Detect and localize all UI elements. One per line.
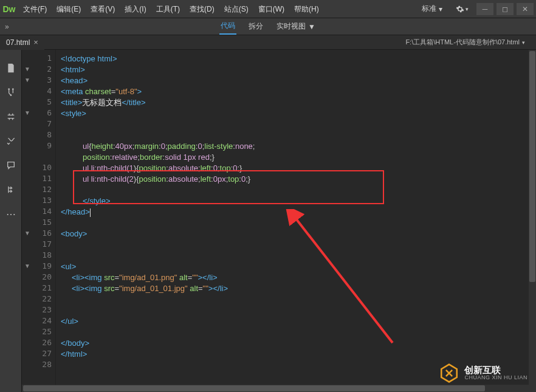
- code-line: </html>: [61, 349, 87, 360]
- vertical-scrollbar[interactable]: [529, 50, 536, 385]
- watermark: 创新互联 CHUANG XIN HU LIAN: [439, 363, 527, 383]
- code-editor[interactable]: 1 2▼ 3▼ 4 5 6▼ 7 8 9 10 11 12 13 14 15 1…: [22, 50, 536, 392]
- line-number: 19: [33, 261, 52, 270]
- code-line: <style>: [61, 108, 86, 119]
- menu-view[interactable]: 查看(V): [86, 0, 120, 18]
- left-toolbar: ⋯: [0, 50, 22, 392]
- watermark-text-en: CHUANG XIN HU LIAN: [464, 375, 527, 381]
- code-line: <html>: [61, 64, 85, 75]
- svg-point-0: [8, 88, 10, 90]
- code-line: ul li:nth-child(1){position:absolute;lef…: [83, 163, 242, 174]
- line-number: 3: [33, 75, 52, 84]
- file-tab[interactable]: 07.html ×: [0, 35, 44, 50]
- expand-all-icon[interactable]: [5, 111, 17, 123]
- line-number: 13: [33, 196, 52, 205]
- code-area[interactable]: <!doctype html> <html> <head> <meta char…: [56, 50, 529, 385]
- chevron-down-icon: ▾: [439, 5, 442, 13]
- line-number: 26: [33, 338, 52, 347]
- close-button[interactable]: ✕: [517, 3, 534, 15]
- scrollbar-thumb[interactable]: [529, 51, 535, 282]
- menu-insert[interactable]: 插入(I): [120, 0, 151, 18]
- code-line: <li><img src="img/ad_01_01.jpg" alt=""><…: [72, 283, 228, 294]
- code-line: <title>无标题文档</title>: [61, 97, 145, 108]
- sync-settings-button[interactable]: ▾: [451, 5, 473, 13]
- view-tabs: 代码 拆分 实时视图 ▼: [219, 18, 317, 35]
- view-tab-live[interactable]: 实时视图 ▼: [275, 19, 317, 34]
- line-number: 27: [33, 349, 52, 358]
- line-number: 9: [33, 141, 52, 150]
- svg-point-1: [12, 88, 14, 90]
- comment-icon[interactable]: [5, 159, 17, 171]
- line-number: 17: [33, 239, 52, 249]
- line-number: 18: [33, 250, 52, 260]
- view-tab-split[interactable]: 拆分: [247, 19, 264, 34]
- menu-help[interactable]: 帮助(H): [289, 0, 324, 18]
- horizontal-scrollbar[interactable]: [22, 385, 529, 392]
- view-tab-code[interactable]: 代码: [219, 18, 236, 35]
- code-line: <head>: [61, 75, 88, 86]
- file-tab-bar: 07.html × F:\工具箱\HTML-代码随意制作\07.html ▾: [0, 35, 536, 50]
- chevron-down-icon: ▼: [308, 22, 315, 31]
- line-number: 7: [33, 119, 52, 128]
- code-line: </body>: [61, 338, 89, 349]
- file-path-text: F:\工具箱\HTML-代码随意制作\07.html: [405, 38, 520, 47]
- menu-file[interactable]: 文件(F): [18, 0, 52, 18]
- view-tab-live-label: 实时视图: [277, 21, 306, 32]
- line-number: 23: [33, 305, 52, 314]
- fold-icon[interactable]: ▼: [24, 109, 30, 116]
- gutter: 1 2▼ 3▼ 4 5 6▼ 7 8 9 10 11 12 13 14 15 1…: [22, 50, 56, 392]
- menu-edit[interactable]: 编辑(E): [52, 0, 86, 18]
- file-tab-label: 07.html: [6, 38, 30, 47]
- fold-icon[interactable]: ▼: [24, 77, 30, 83]
- menu-find[interactable]: 查找(D): [185, 0, 219, 18]
- code-line: <ul>: [61, 261, 76, 272]
- workspace-switcher[interactable]: 标准 ▾: [416, 2, 448, 15]
- chevron-down-icon: ▾: [522, 40, 525, 46]
- code-line: </head>: [61, 207, 91, 218]
- line-number: 16: [33, 229, 52, 238]
- maximize-button[interactable]: ◻: [496, 3, 514, 15]
- watermark-logo-icon: [439, 363, 459, 383]
- code-line: <li><img src="img/ad_01.png" alt=""></li…: [72, 272, 218, 283]
- menu-bar: 文件(F) 编辑(E) 查看(V) 插入(I) 工具(T) 查找(D) 站点(S…: [18, 0, 416, 18]
- file-path: F:\工具箱\HTML-代码随意制作\07.html ▾: [405, 38, 536, 47]
- git-icon[interactable]: [5, 86, 17, 98]
- gear-icon: [456, 5, 464, 13]
- menu-window[interactable]: 窗口(W): [253, 0, 289, 18]
- document-toolbar: » 代码 拆分 实时视图 ▼: [0, 18, 536, 35]
- file-management-icon[interactable]: [5, 62, 17, 74]
- fold-icon[interactable]: ▼: [24, 230, 30, 236]
- title-bar: Dw 文件(F) 编辑(E) 查看(V) 插入(I) 工具(T) 查找(D) 站…: [0, 0, 536, 18]
- line-number: 12: [33, 185, 52, 194]
- line-number: 22: [33, 294, 52, 303]
- code-line: position:relative;border:solid 1px red;}: [83, 152, 215, 163]
- line-number: 5: [33, 97, 52, 106]
- line-number: 28: [33, 360, 52, 369]
- code-line: ul li:nth-child(2){position:absolute;lef…: [83, 174, 250, 185]
- code-line: <meta charset="utf-8">: [61, 86, 142, 97]
- collapse-icon[interactable]: [5, 184, 17, 196]
- menu-tools[interactable]: 工具(T): [151, 0, 185, 18]
- code-line: ul{height:40px;margin:0;padding:0;list-s…: [83, 141, 255, 152]
- line-number: 24: [33, 316, 52, 325]
- minimize-button[interactable]: ─: [476, 3, 493, 15]
- format-icon[interactable]: [5, 135, 17, 147]
- line-number: 21: [33, 283, 52, 292]
- minimize-icon: ─: [483, 5, 488, 13]
- line-number: 11: [33, 174, 52, 183]
- menu-site[interactable]: 站点(S): [219, 0, 253, 18]
- code-line: <body>: [61, 229, 87, 239]
- line-number: 14: [33, 207, 52, 216]
- maximize-icon: ◻: [502, 5, 508, 13]
- scrollbar-thumb[interactable]: [23, 385, 485, 391]
- fold-icon[interactable]: ▼: [24, 263, 30, 269]
- watermark-text-cn: 创新互联: [464, 365, 527, 376]
- titlebar-right: 标准 ▾ ▾ ─ ◻ ✕: [416, 2, 536, 15]
- toolbar-expand-icon[interactable]: »: [5, 22, 9, 31]
- fold-icon[interactable]: ▼: [24, 66, 30, 72]
- close-tab-icon[interactable]: ×: [33, 38, 38, 46]
- more-icon[interactable]: ⋯: [5, 208, 17, 220]
- chevron-down-icon: ▾: [466, 6, 469, 12]
- line-number: 15: [33, 218, 52, 227]
- scroll-corner: [529, 385, 536, 392]
